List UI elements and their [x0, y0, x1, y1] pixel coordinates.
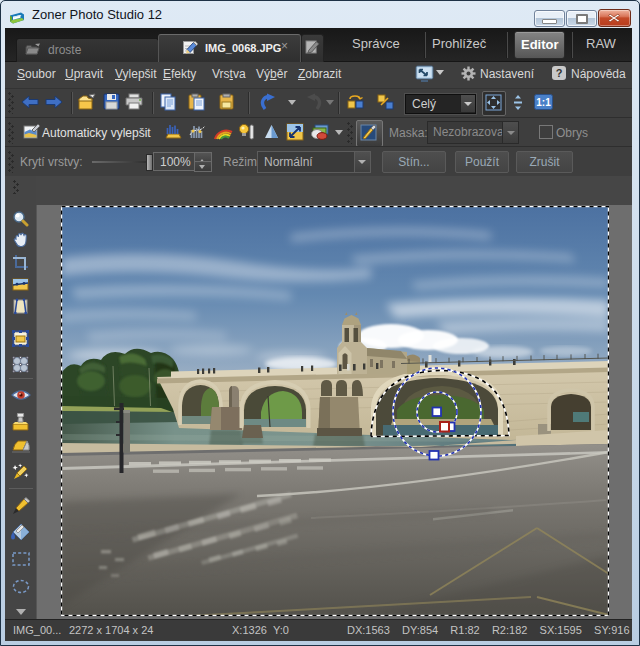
svg-text:1:1: 1:1 — [536, 97, 551, 108]
